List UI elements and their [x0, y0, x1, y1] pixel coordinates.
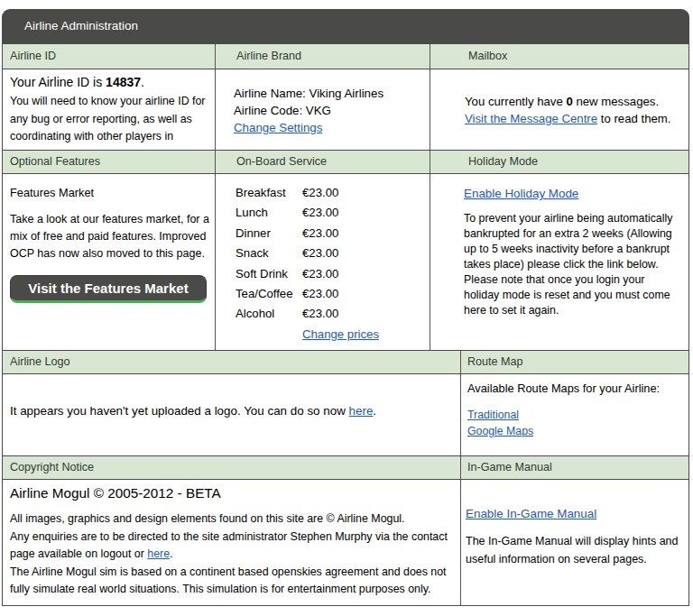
content-row-3: It appears you haven't yet uploaded a lo… [3, 374, 688, 455]
panel-body: Airline ID Airline Brand Mailbox Your Ai… [2, 43, 689, 606]
price-row: Soft Drink €23.00 [236, 264, 430, 284]
service-label: Alcohol [236, 304, 302, 324]
section-header-route-map: Route Map [461, 351, 688, 373]
mailbox-count: 0 [566, 95, 572, 108]
service-price: €23.00 [302, 304, 338, 324]
mailbox-cell: You currently have 0 new messages. Visit… [430, 69, 688, 150]
price-row: Alcohol €23.00 [236, 304, 430, 324]
section-header-row-3: Airline Logo Route Map [3, 350, 688, 374]
mailbox-link-line: Visit the Message Centre to read them. [465, 110, 681, 127]
section-header-copyright: Copyright Notice [3, 456, 461, 479]
upload-logo-link[interactable]: here [349, 404, 374, 418]
copyright-line-2-after: . [170, 547, 172, 560]
airline-id-cell: Your Airline ID is 14837. You will need … [3, 69, 216, 150]
service-label: Snack [236, 244, 302, 263]
service-price: €23.00 [302, 264, 338, 284]
airline-name-text: Airline Name: Viking Airlines [234, 85, 424, 102]
section-header-onboard-service: On-Board Service [216, 151, 430, 173]
onboard-service-cell: Breakfast €23.00 Lunch €23.00 Dinner €23… [216, 174, 430, 350]
google-maps-link[interactable]: Google Maps [467, 423, 533, 439]
panel-title: Airline Administration [24, 19, 138, 32]
copyright-line-2: Any enquiries are to be directed to the … [10, 529, 448, 564]
holiday-mode-cell: Enable Holiday Mode To prevent your airl… [430, 174, 688, 350]
section-header-airline-brand: Airline Brand [216, 44, 430, 69]
enable-in-game-manual-link[interactable]: Enable In-Game Manual [466, 507, 596, 520]
service-label: Soft Drink [236, 264, 302, 284]
price-row: Breakfast €23.00 [236, 183, 430, 203]
content-row-1: Your Airline ID is 14837. You will need … [3, 69, 688, 150]
in-game-manual-cell: Enable In-Game Manual The In-Game Manual… [461, 480, 688, 605]
optional-features-cell: Features Market Take a look at our featu… [3, 174, 216, 350]
section-header-mailbox: Mailbox [430, 44, 688, 69]
airline-id-prefix: Your Airline ID is [10, 75, 106, 89]
service-price: €23.00 [302, 244, 338, 263]
airline-id-suffix: . [141, 75, 144, 89]
copyright-cell: Airline Mogul © 2005-2012 - BETA All ima… [3, 480, 461, 605]
airline-brand-cell: Airline Name: Viking Airlines Airline Co… [216, 69, 430, 150]
airline-administration-panel: Airline Administration Airline ID Airlin… [2, 9, 689, 606]
enable-holiday-mode-link[interactable]: Enable Holiday Mode [464, 187, 578, 200]
mailbox-after-link: to read them. [597, 112, 670, 125]
content-row-2: Features Market Take a look at our featu… [3, 174, 688, 350]
service-label: Tea/Coffee [236, 284, 302, 304]
airline-id-line: Your Airline ID is 14837. [10, 75, 211, 89]
features-market-subtitle: Features Market [10, 186, 208, 199]
airline-logo-cell: It appears you haven't yet uploaded a lo… [3, 374, 461, 455]
section-header-row-2: Optional Features On-Board Service Holid… [3, 150, 688, 174]
mailbox-prefix: You currently have [465, 95, 566, 108]
copyright-title: Airline Mogul © 2005-2012 - BETA [10, 485, 448, 501]
route-map-links: Traditional Google Maps [467, 407, 681, 439]
service-label: Lunch [236, 203, 302, 223]
service-price: €23.00 [302, 183, 338, 203]
section-header-row-1: Airline ID Airline Brand Mailbox [3, 43, 688, 69]
page: Airline Administration Airline ID Airlin… [0, 0, 693, 616]
service-price: €23.00 [302, 224, 338, 244]
copyright-line-2-text: Any enquiries are to be directed to the … [10, 530, 448, 561]
content-row-4: Airline Mogul © 2005-2012 - BETA All ima… [3, 480, 688, 605]
price-row: Lunch €23.00 [236, 203, 430, 223]
airline-id-description: You will need to know your airline ID fo… [10, 93, 211, 150]
features-market-description: Take a look at our features market, for … [10, 211, 214, 262]
copyright-line-1: All images, graphics and design elements… [10, 510, 448, 529]
in-game-manual-description: The In-Game Manual will display hints an… [466, 533, 682, 568]
price-row: Dinner €23.00 [236, 224, 430, 244]
logo-text-before: It appears you haven't yet uploaded a lo… [10, 404, 349, 418]
airline-id-value: 14837 [106, 75, 141, 89]
copyright-body: All images, graphics and design elements… [10, 510, 448, 599]
message-centre-link[interactable]: Visit the Message Centre [465, 112, 597, 125]
traditional-map-link[interactable]: Traditional [467, 407, 519, 423]
panel-titlebar: Airline Administration [2, 9, 689, 43]
change-settings-link[interactable]: Change Settings [234, 121, 322, 134]
section-header-row-4: Copyright Notice In-Game Manual [3, 455, 688, 480]
route-map-title: Available Route Maps for your Airline: [467, 382, 681, 395]
visit-features-market-button[interactable]: Visit the Features Market [10, 275, 207, 303]
contact-here-link[interactable]: here [147, 547, 170, 560]
change-prices-link[interactable]: Change prices [302, 327, 379, 341]
service-price: €23.00 [302, 203, 338, 223]
price-row: Tea/Coffee €23.00 [236, 284, 430, 304]
mailbox-status-line: You currently have 0 new messages. [465, 93, 681, 110]
section-header-holiday-mode: Holiday Mode [430, 151, 688, 173]
section-header-airline-id: Airline ID [3, 44, 216, 69]
service-price: €23.00 [302, 284, 338, 304]
mailbox-suffix: new messages. [573, 95, 659, 108]
service-label: Breakfast [236, 183, 302, 203]
route-map-cell: Available Route Maps for your Airline: T… [461, 374, 688, 455]
copyright-line-3: The Airline Mogul sim is based on a cont… [10, 564, 448, 599]
price-row: Snack €23.00 [236, 244, 430, 263]
section-header-optional-features: Optional Features [3, 151, 216, 173]
holiday-mode-description: To prevent your airline being automatica… [464, 211, 681, 318]
service-label: Dinner [236, 224, 302, 244]
logo-text-after: . [373, 404, 376, 418]
section-header-airline-logo: Airline Logo [3, 351, 461, 373]
section-header-in-game-manual: In-Game Manual [461, 456, 688, 479]
airline-code-text: Airline Code: VKG [234, 102, 424, 119]
